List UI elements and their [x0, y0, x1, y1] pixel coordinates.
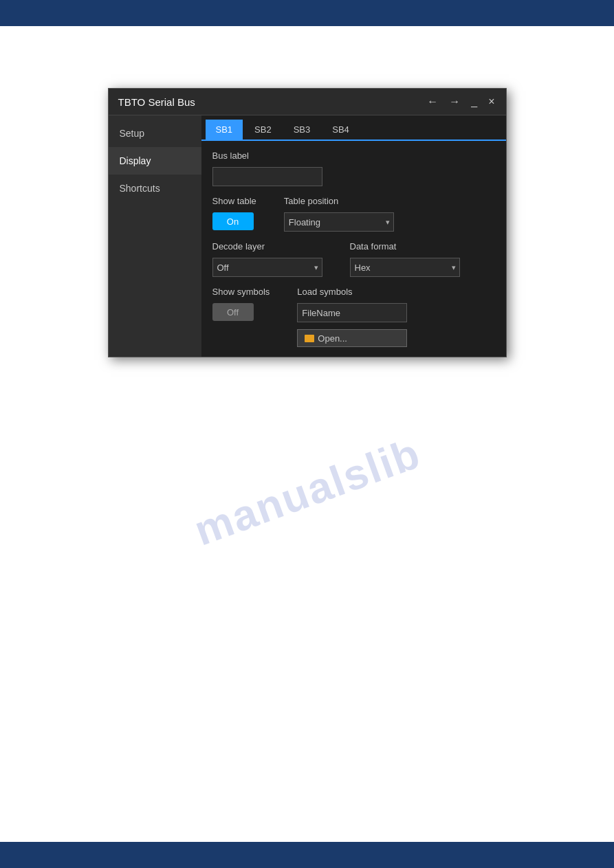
show-table-toggle[interactable]: On — [212, 212, 254, 230]
filename-input[interactable] — [297, 303, 407, 322]
close-button[interactable]: × — [487, 96, 496, 108]
bus-label-group: Bus label — [212, 151, 495, 186]
tabs-bar: SB1 SB2 SB3 SB4 — [201, 115, 506, 141]
table-position-select[interactable]: Floating Docked Off — [284, 212, 394, 232]
row-show-table: Show table On Table position Floating Do… — [212, 196, 495, 232]
decode-layer-group: Decode layer Off Layer 1 Layer 2 — [212, 241, 322, 277]
tab-sb1[interactable]: SB1 — [206, 120, 243, 140]
content-area: Bus label Show table On Table position — [201, 141, 506, 357]
load-symbols-group: Load symbols Open... — [297, 287, 407, 347]
tab-sb4[interactable]: SB4 — [322, 120, 360, 140]
sidebar-item-shortcuts[interactable]: Shortcuts — [109, 175, 201, 202]
load-symbols-label: Load symbols — [297, 287, 407, 297]
dialog-controls: ← → _ × — [426, 96, 496, 108]
bus-label-label: Bus label — [212, 151, 495, 161]
dialog-title: TBTO Serial Bus — [118, 96, 195, 108]
dialog-titlebar: TBTO Serial Bus ← → _ × — [109, 89, 506, 115]
open-button[interactable]: Open... — [297, 329, 407, 347]
show-table-group: Show table On — [212, 196, 256, 232]
data-format-select[interactable]: Hex Binary ASCII Decimal — [350, 258, 460, 277]
minimize-button[interactable]: _ — [470, 96, 479, 108]
top-bar — [0, 0, 614, 26]
dialog-body: Setup Display Shortcuts SB1 SB2 — [109, 115, 506, 357]
tab-sb3[interactable]: SB3 — [283, 120, 321, 140]
folder-icon — [305, 335, 314, 342]
table-position-group: Table position Floating Docked Off — [284, 196, 394, 232]
row-decode-layer: Decode layer Off Layer 1 Layer 2 Data fo… — [212, 241, 495, 277]
watermark: manualslib — [188, 428, 426, 555]
sidebar-item-display[interactable]: Display — [109, 147, 201, 175]
data-format-label: Data format — [350, 241, 460, 252]
bus-label-input[interactable] — [212, 167, 322, 186]
decode-layer-select-wrapper: Off Layer 1 Layer 2 — [212, 258, 322, 277]
main-content: SB1 SB2 SB3 SB4 Bus labe — [201, 115, 506, 357]
row-show-symbols: Show symbols Off Load symbols Open... — [212, 287, 495, 347]
show-symbols-label: Show symbols — [212, 287, 270, 297]
decode-layer-select[interactable]: Off Layer 1 Layer 2 — [212, 258, 322, 277]
sidebar-item-setup[interactable]: Setup — [109, 120, 201, 147]
table-position-label: Table position — [284, 196, 394, 206]
show-symbols-toggle[interactable]: Off — [212, 303, 254, 321]
sidebar: Setup Display Shortcuts — [109, 115, 201, 357]
table-position-select-wrapper: Floating Docked Off — [284, 212, 394, 232]
decode-layer-label: Decode layer — [212, 241, 322, 252]
show-symbols-group: Show symbols Off — [212, 287, 270, 347]
bottom-bar — [0, 842, 614, 868]
data-format-select-wrapper: Hex Binary ASCII Decimal — [350, 258, 460, 277]
data-format-group: Data format Hex Binary ASCII Decimal — [350, 241, 460, 277]
dialog-window: TBTO Serial Bus ← → _ × Setup Display Sh… — [108, 88, 507, 357]
tab-sb2[interactable]: SB2 — [244, 120, 282, 140]
show-table-label: Show table — [212, 196, 256, 206]
forward-button[interactable]: → — [448, 96, 461, 108]
back-button[interactable]: ← — [426, 96, 439, 108]
